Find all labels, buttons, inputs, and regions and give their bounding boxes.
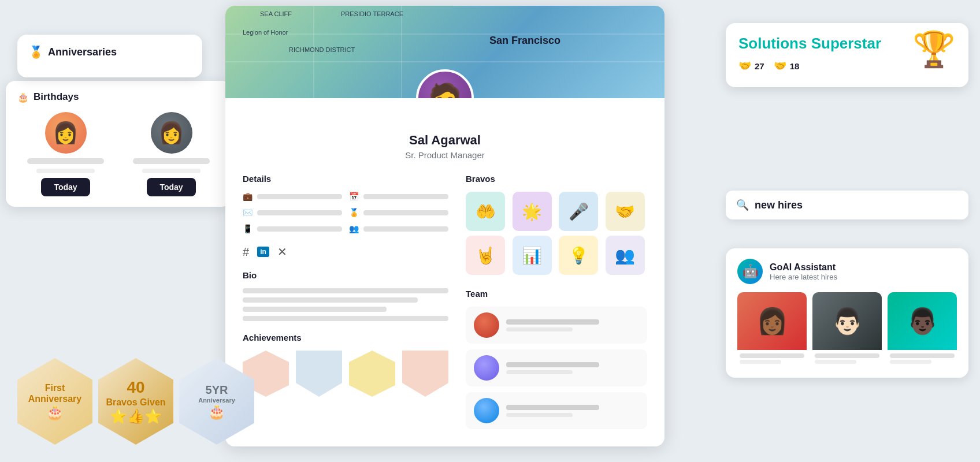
badge-first-hex: First Anniversary 🎂 (17, 358, 92, 445)
stat-emoji-2: 🤝 (774, 59, 786, 72)
anniversary-icon: 🏅 (29, 45, 43, 59)
bravos-grid: 🤲 🌟 🎤 🤝 🤘 📊 💡 👥 (466, 192, 647, 275)
stat-emoji-1: 🤝 (738, 59, 751, 72)
team-name-2 (506, 362, 599, 367)
badge-5yr: 5YR Anniversary 🎂 (179, 358, 254, 445)
linkedin-icon[interactable]: in (257, 247, 269, 257)
goai-header: 🤖 GoAI Assistant Here are latest hires (737, 259, 957, 284)
twitter-icon[interactable]: ✕ (277, 245, 287, 259)
bio-section: Bio (243, 270, 448, 321)
bio-lines (243, 288, 448, 321)
search-card[interactable]: 🔍 new hires (726, 191, 968, 219)
team-member-2[interactable] (466, 349, 647, 386)
birthday-item-1: 👩 Today (17, 112, 114, 196)
team-name-1 (506, 319, 599, 325)
team-lines-2 (506, 362, 639, 374)
team-role-1 (506, 327, 573, 331)
team-avatar-3 (474, 398, 499, 423)
calendar-icon: 📅 (349, 192, 359, 201)
person-face-1: 👩🏾 (737, 292, 807, 350)
birthday-face-2: 👩 (151, 112, 192, 154)
goai-person-2[interactable]: 👨🏻 (812, 292, 882, 367)
team-avatar-2 (474, 355, 499, 381)
today-button-1[interactable]: Today (41, 178, 90, 196)
map-city: San Francisco (489, 35, 560, 47)
person-face-3: 👨🏿 (888, 292, 957, 350)
profile-right-col: Bravos 🤲 🌟 🎤 🤝 🤘 📊 💡 👥 (466, 174, 647, 429)
team-icon: 👥 (349, 224, 359, 233)
bio-title: Bio (243, 270, 448, 280)
detail-line-6 (363, 226, 448, 232)
superstar-illustration: 🏆 (912, 29, 956, 70)
profile-avatar-wrap: 🧑 (416, 69, 474, 98)
badge-5yr-label: Anniversary (198, 397, 235, 404)
profile-avatar: 🧑 (416, 69, 474, 98)
bio-line-1 (243, 288, 448, 293)
achievement-4 (402, 351, 448, 397)
birthdays-card: 🎂 Birthdays 👩 Today 👩 Today (6, 81, 231, 207)
badge-bravos-label: Bravos Given (106, 397, 165, 408)
superstar-title: Solutions Superstar (738, 35, 905, 53)
profile-job-title: Sr. Product Manager (243, 150, 647, 160)
team-lines-1 (506, 319, 639, 331)
superstar-text: Solutions Superstar 🤝 27 🤝 18 (738, 35, 905, 72)
badge-5yr-emoji: 🎂 (208, 404, 225, 420)
profile-name-area: Sal Agarwal Sr. Product Manager (243, 133, 647, 160)
achievements-title: Achievements (243, 333, 448, 342)
badge-first-anniversary: First Anniversary 🎂 (17, 358, 92, 445)
bravo-4: 🤝 (606, 192, 645, 231)
detail-medal: 🏅 (349, 208, 448, 217)
badges-row: First Anniversary 🎂 40 Bravos Given ⭐👍⭐ … (17, 358, 254, 445)
birthday-name-1 (27, 158, 105, 164)
badge-bravos-num: 40 (127, 378, 144, 397)
badge-first-label-sub: Anniversary (28, 393, 82, 404)
badge-bravos-hex: 40 Bravos Given ⭐👍⭐ (98, 358, 173, 445)
map-label-legion: Legion of Honor (243, 29, 288, 36)
search-query[interactable]: new hires (755, 199, 803, 211)
achievement-3 (349, 351, 395, 397)
achievement-shapes (243, 351, 448, 397)
bravo-1: 🤲 (466, 192, 505, 231)
scene: 🏅 Anniversaries 🎂 Birthdays 👩 Today 👩 (0, 0, 980, 462)
birthdays-icon: 🎂 (17, 92, 29, 103)
goai-person-1[interactable]: 👩🏾 (737, 292, 807, 367)
slack-icon[interactable]: # (243, 245, 249, 259)
team-section: Team (466, 289, 647, 429)
profile-avatar-face: 🧑 (428, 82, 462, 98)
goai-people: 👩🏾 👨🏻 👨🏿 (737, 292, 957, 367)
detail-line-4 (363, 210, 448, 215)
detail-line-1 (257, 194, 342, 199)
anniversaries-title: Anniversaries (48, 46, 117, 58)
birthday-avatar-2: 👩 (151, 112, 192, 154)
briefcase-icon: 💼 (243, 192, 253, 201)
bravo-2: 🌟 (513, 192, 552, 231)
medal-icon: 🏅 (349, 208, 359, 217)
bio-line-2 (243, 297, 418, 303)
profile-name: Sal Agarwal (243, 133, 647, 148)
detail-briefcase: 💼 (243, 192, 342, 201)
superstar-stats: 🤝 27 🤝 18 (738, 59, 905, 72)
birthday-item-2: 👩 Today (123, 112, 220, 196)
birthday-role-1 (36, 169, 94, 173)
map-label-presidio: PRESIDIO TERRACE (341, 10, 403, 17)
badge-5yr-hex: 5YR Anniversary 🎂 (179, 358, 254, 445)
anniversaries-header: 🏅 Anniversaries (29, 45, 191, 59)
goai-person-3[interactable]: 👨🏿 (888, 292, 957, 367)
today-button-2[interactable]: Today (147, 178, 195, 196)
birthday-role-2 (142, 169, 200, 173)
person-photo-1: 👩🏾 (737, 292, 807, 350)
person-name-3 (890, 353, 955, 358)
team-member-3[interactable] (466, 392, 647, 429)
birthday-face-1: 👩 (45, 112, 87, 154)
birthday-list: 👩 Today 👩 Today (17, 112, 220, 196)
detail-line-3 (257, 210, 342, 215)
detail-line-2 (363, 194, 448, 199)
profile-card: SEA CLIFF PRESIDIO TERRACE Legion of Hon… (225, 6, 665, 446)
badge-5yr-num: 5YR (206, 383, 228, 397)
team-member-1[interactable] (466, 307, 647, 344)
person-role-2 (815, 360, 856, 364)
details-grid: 💼 📅 ✉️ 🏅 (243, 192, 448, 233)
details-title: Details (243, 174, 448, 184)
bravo-6: 📊 (513, 236, 552, 275)
person-photo-2: 👨🏻 (812, 292, 882, 350)
